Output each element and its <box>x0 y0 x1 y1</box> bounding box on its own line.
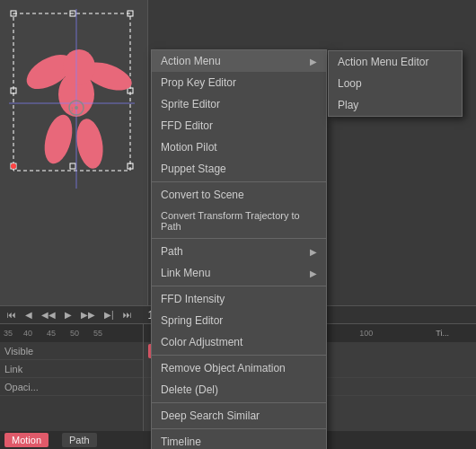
btn-play-back[interactable]: ◀◀ <box>39 309 58 321</box>
menu-item-action-menu[interactable]: Action Menu ▶ Action Menu Editor Loop Pl… <box>152 50 326 72</box>
svg-point-12 <box>40 111 77 166</box>
submenu-arrow-action-menu: ▶ <box>310 57 317 66</box>
menu-item-remove-object-animation[interactable]: Remove Object Animation <box>152 357 326 379</box>
btn-play[interactable]: ▶ <box>62 309 75 321</box>
btn-prev-frame[interactable]: ◀ <box>22 309 35 321</box>
sub-menu-item-play[interactable]: Play <box>329 94 462 116</box>
divider-6 <box>152 428 326 429</box>
btn-play-forward[interactable]: ▶▶ <box>78 309 98 321</box>
menu-item-ffd-editor[interactable]: FFD Editor <box>152 115 326 136</box>
menu-item-convert-transform[interactable]: Convert Transform Trajectory to Path <box>152 206 326 236</box>
status-tab-path[interactable]: Path <box>62 433 97 447</box>
svg-point-13 <box>73 117 106 171</box>
svg-point-18 <box>75 106 78 110</box>
menu-item-timeline[interactable]: Timeline <box>152 431 326 449</box>
menu-item-link-menu[interactable]: Link Menu ▶ <box>152 262 326 284</box>
svg-text:↕: ↕ <box>70 105 74 113</box>
sub-menu-item-loop[interactable]: Loop <box>329 73 462 94</box>
status-tab-motion[interactable]: Motion <box>4 433 48 447</box>
submenu-arrow-path: ▶ <box>310 247 317 257</box>
divider-3 <box>152 286 326 286</box>
track-label-opacity: Opaci... <box>0 378 143 396</box>
sub-menu-item-action-menu-editor[interactable]: Action Menu Editor <box>329 51 462 73</box>
menu-item-ffd-intensity[interactable]: FFD Intensity <box>152 288 326 310</box>
submenu-arrow-link-menu: ▶ <box>310 269 317 278</box>
sub-menu-action-menu: Action Menu Editor Loop Play <box>328 50 463 117</box>
menu-item-delete[interactable]: Delete (Del) <box>152 379 326 401</box>
character-viewport: ↕ <box>9 9 135 189</box>
track-label-link: Link <box>0 360 143 378</box>
timeline-controls: ⏮ ◀ ◀◀ ▶ ▶▶ ▶| ⏭ <box>4 309 135 321</box>
menu-item-spring-editor[interactable]: Spring Editor <box>152 310 326 331</box>
divider-5 <box>152 402 326 403</box>
menu-item-motion-pilot[interactable]: Motion Pilot <box>152 136 326 158</box>
ruler-left: 35 40 45 50 55 <box>0 324 143 342</box>
svg-point-20 <box>11 163 16 169</box>
menu-item-prop-key-editor[interactable]: Prop Key Editor <box>152 72 326 93</box>
menu-item-sprite-editor[interactable]: Sprite Editor <box>152 93 326 115</box>
menu-item-convert-to-scene[interactable]: Convert to Scene <box>152 184 326 206</box>
divider-2 <box>152 238 326 239</box>
svg-point-14 <box>63 49 95 85</box>
canvas-area: ↕ <box>0 0 148 305</box>
menu-item-color-adjustment[interactable]: Color Adjustment <box>152 331 326 353</box>
track-label-visible: Visible <box>0 342 143 360</box>
divider-4 <box>152 355 326 356</box>
btn-next-frame[interactable]: ▶| <box>101 309 117 321</box>
divider-1 <box>152 181 326 182</box>
btn-to-end[interactable]: ⏭ <box>120 309 135 321</box>
svg-rect-6 <box>70 163 75 169</box>
menu-item-puppet-stage[interactable]: Puppet Stage <box>152 158 326 180</box>
menu-item-path[interactable]: Path ▶ <box>152 241 326 262</box>
btn-to-start[interactable]: ⏮ <box>4 309 19 321</box>
context-menu: Action Menu ▶ Action Menu Editor Loop Pl… <box>151 49 327 449</box>
menu-item-deep-search-similar[interactable]: Deep Search Similar <box>152 405 326 427</box>
